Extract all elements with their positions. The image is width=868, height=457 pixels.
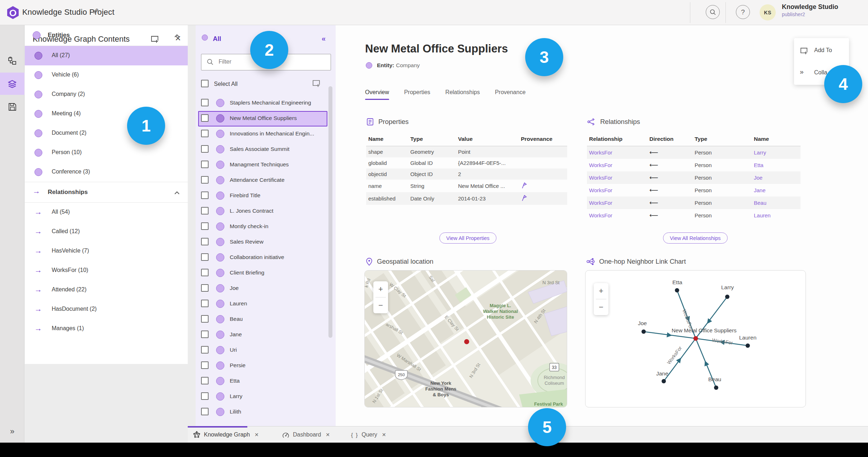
relationship-type-item[interactable]: → Called (12) (25, 222, 188, 241)
tab-dashboard[interactable]: Dashboard ✕ (282, 426, 330, 443)
related-name-link[interactable]: Etta (754, 162, 764, 168)
view-all-relationships-button[interactable]: View All Relationships (663, 232, 728, 244)
tab-relationships[interactable]: Relationships (445, 89, 480, 100)
center-node[interactable] (694, 336, 698, 341)
zoom-in-button[interactable]: + (594, 283, 608, 299)
item-checkbox[interactable] (201, 315, 209, 323)
item-checkbox[interactable] (201, 346, 209, 354)
entity-list-item[interactable]: Sales Associate Summit (196, 142, 336, 157)
entity-list-item[interactable]: Joe (196, 281, 336, 296)
close-tab-icon[interactable]: ✕ (326, 432, 330, 438)
map-widget[interactable]: k Rd W Clay St Sal arshall St W Marshall… (364, 270, 567, 407)
entity-list-item[interactable]: New Metal Office Suppliers (198, 111, 327, 126)
zoom-out-button[interactable]: − (373, 297, 388, 313)
item-checkbox[interactable] (201, 145, 209, 153)
edit-title-icon[interactable]: ✎ (93, 7, 99, 16)
entity-list-item[interactable]: Uri (196, 343, 336, 358)
item-checkbox[interactable] (201, 269, 209, 276)
relationship-link[interactable]: WorksFor (589, 175, 612, 181)
entity-list-item[interactable]: Beau (196, 312, 336, 327)
close-tab-icon[interactable]: ✕ (255, 432, 259, 438)
relationship-link[interactable]: WorksFor (589, 162, 612, 168)
related-name-link[interactable]: Jane (754, 187, 766, 193)
relationship-type-item[interactable]: → HasVehicle (7) (25, 241, 188, 261)
relationship-type-item[interactable]: → Attended (22) (25, 280, 188, 300)
tab-overview[interactable]: Overview (365, 89, 389, 100)
entity-type-item[interactable]: Company (2) (25, 85, 188, 104)
related-name-link[interactable]: Larry (754, 149, 766, 156)
item-checkbox[interactable] (201, 161, 209, 168)
item-checkbox[interactable] (201, 408, 209, 415)
item-checkbox[interactable] (201, 191, 209, 199)
provenance-flag-icon[interactable] (521, 196, 527, 202)
link-chart-canvas[interactable]: Etta Larry Joe Lauren Jane Beau New Meta… (585, 271, 806, 407)
link-chart-widget[interactable]: Etta Larry Joe Lauren Jane Beau New Meta… (585, 270, 806, 407)
relationship-type-item[interactable]: → All (54) (25, 203, 188, 222)
entity-list-item[interactable]: Client Briefing (196, 266, 336, 281)
close-tab-icon[interactable]: ✕ (382, 432, 386, 438)
entity-type-item[interactable]: Vehicle (6) (25, 65, 188, 85)
relationship-type-item[interactable]: → HasDocument (2) (25, 300, 188, 319)
item-checkbox[interactable] (201, 284, 209, 292)
contents-button[interactable] (0, 73, 24, 95)
add-to-button[interactable]: Add To (794, 45, 849, 57)
map-canvas[interactable]: k Rd W Clay St Sal arshall St W Marshall… (365, 271, 567, 407)
entities-group-header[interactable]: Entities (25, 25, 188, 46)
entity-list-item[interactable]: Firebird Title (196, 188, 336, 204)
expand-rail-button[interactable]: » (0, 427, 24, 436)
entity-list-item[interactable]: Collaboration initiative (196, 250, 336, 266)
item-checkbox[interactable] (201, 238, 209, 245)
entity-list-item[interactable]: Persie (196, 358, 336, 374)
relationship-link[interactable]: WorksFor (589, 200, 612, 206)
chevron-up-icon[interactable] (174, 190, 180, 196)
item-checkbox[interactable] (201, 99, 209, 106)
related-name-link[interactable]: Joe (754, 175, 762, 181)
entity-type-item[interactable]: Person (10) (25, 143, 188, 162)
list-scrollbar[interactable] (328, 86, 332, 338)
relationships-group-header[interactable]: → Relationships (25, 182, 188, 203)
provenance-flag-icon[interactable] (521, 184, 527, 190)
item-checkbox[interactable] (201, 361, 209, 369)
collapse-panel-icon[interactable]: « (322, 34, 326, 43)
tab-properties[interactable]: Properties (404, 89, 430, 100)
tab-knowledge-graph[interactable]: Knowledge Graph ✕ (193, 426, 259, 443)
add-to-new-button[interactable] (312, 79, 321, 89)
relationship-link[interactable]: WorksFor (589, 212, 612, 218)
user-avatar[interactable]: KS (760, 4, 776, 20)
relationship-link[interactable]: WorksFor (589, 187, 612, 193)
entity-list-item[interactable]: Lilith (196, 405, 336, 420)
view-all-properties-button[interactable]: View All Properties (439, 232, 496, 244)
item-checkbox[interactable] (201, 300, 209, 307)
entity-list-item[interactable]: Managment Techniques (196, 157, 336, 173)
related-name-link[interactable]: Beau (754, 200, 766, 206)
relationship-link[interactable]: WorksFor (589, 149, 612, 156)
entity-type-item[interactable]: All (27) (25, 46, 188, 65)
tab-provenance[interactable]: Provenance (495, 89, 526, 100)
related-name-link[interactable]: Lauren (754, 212, 771, 218)
entity-list-item[interactable]: Montly check-in (196, 219, 336, 235)
entity-list-item[interactable]: Etta (196, 374, 336, 389)
item-checkbox[interactable] (201, 392, 209, 400)
item-checkbox[interactable] (201, 207, 209, 214)
entity-list-item[interactable]: Staplers Mechanical Engineering (196, 96, 336, 111)
chevron-up-icon[interactable] (174, 33, 180, 39)
entity-list-item[interactable]: L. Jones Contract (196, 204, 336, 219)
item-checkbox[interactable] (201, 331, 209, 338)
save-button[interactable] (0, 96, 24, 118)
zoom-in-button[interactable]: + (373, 281, 388, 297)
item-checkbox[interactable] (201, 253, 209, 261)
help-button[interactable]: ? (736, 5, 750, 19)
data-model-button[interactable] (0, 50, 24, 73)
entity-list-item[interactable]: Larry (196, 389, 336, 405)
zoom-out-button[interactable]: − (594, 299, 608, 315)
entity-type-item[interactable]: Conference (3) (25, 162, 188, 182)
entity-list-item[interactable]: Sales Review (196, 235, 336, 250)
item-checkbox[interactable] (201, 176, 209, 184)
entity-list-item[interactable]: Lauren (196, 296, 336, 312)
tab-query[interactable]: { } Query ✕ (351, 426, 386, 443)
entity-list-item[interactable]: Innovations in Mechanical Engin... (196, 126, 336, 142)
select-all-checkbox[interactable] (201, 80, 209, 87)
item-checkbox[interactable] (201, 130, 209, 137)
search-button[interactable] (706, 5, 720, 19)
item-checkbox[interactable] (201, 114, 209, 122)
